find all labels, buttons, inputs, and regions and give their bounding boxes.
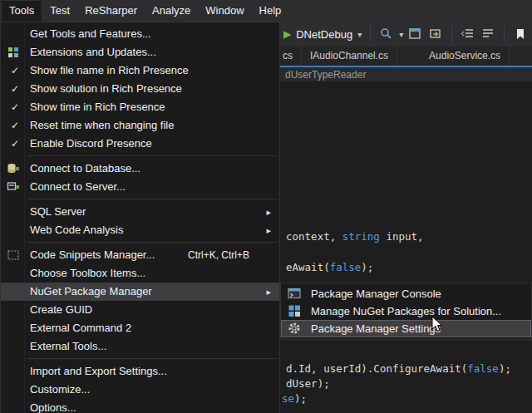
submenu-item-package-manager-settings[interactable]: Package Manager Settings — [281, 320, 531, 337]
line-list-icon[interactable] — [480, 27, 495, 42]
menubar-item-window[interactable]: Window — [198, 0, 251, 22]
debug-target-selector[interactable]: DNetDebug — [296, 28, 352, 41]
mouse-cursor — [431, 316, 447, 337]
tools-menu: Get Tools and Features... Extensions and… — [0, 22, 280, 413]
code-line: d.Id, userId).ConfigureAwait(false); — [286, 362, 511, 375]
chevron-down-icon[interactable]: ▾ — [357, 30, 362, 39]
menubar-item-tools[interactable]: Tools — [1, 0, 42, 22]
tab-iaudiochannel[interactable]: IAudioChannel.cs — [302, 47, 397, 66]
extensions-icon — [7, 46, 20, 59]
vs-window: ▶ DNetDebug ▾ ▾ — [0, 0, 532, 413]
gear-icon — [288, 322, 301, 335]
code-line: context, string input, — [286, 230, 424, 243]
new-window-icon[interactable] — [408, 27, 423, 42]
menu-item-sql-server[interactable]: SQL Server▸ — [1, 203, 279, 221]
breadcrumb-type[interactable]: dUserTypeReader — [285, 69, 366, 81]
menu-item-show-time[interactable]: ✓Show time in Rich Presence — [1, 98, 279, 116]
submenu-arrow-icon: ▸ — [266, 203, 271, 221]
menu-item-connect-to-server[interactable]: Connect to Server... — [1, 178, 279, 196]
code-line: dUser); — [286, 377, 330, 390]
code-line: eAwait(false); — [286, 261, 373, 273]
check-icon: ✓ — [7, 61, 22, 80]
menubar-item-test[interactable]: Test — [42, 0, 77, 22]
find-icon[interactable] — [379, 27, 394, 42]
menu-item-external-tools[interactable]: External Tools... — [1, 337, 279, 356]
menu-item-code-snippets-manager[interactable]: Code Snippets Manager...Ctrl+K, Ctrl+B — [1, 246, 279, 264]
menu-separator — [27, 199, 278, 199]
check-icon: ✓ — [7, 80, 22, 98]
packages-icon — [288, 304, 301, 317]
submenu-item-package-manager-console[interactable]: Package Manager Console — [281, 285, 531, 302]
menu-bar: Tools Test ReSharper Analyze Window Help — [0, 0, 532, 22]
toolbar-separator — [370, 26, 371, 42]
menubar-item-resharper[interactable]: ReSharper — [77, 0, 145, 22]
menu-item-get-tools-and-features[interactable]: Get Tools and Features... — [1, 25, 279, 43]
toolbar-separator — [451, 26, 452, 42]
menu-item-web-code-analysis[interactable]: Web Code Analysis▸ — [1, 221, 279, 239]
submenu-item-manage-nuget-packages-for-solution[interactable]: Manage NuGet Packages for Solution... — [281, 302, 531, 320]
navigate-list-icon[interactable] — [461, 27, 475, 42]
menu-separator — [27, 358, 278, 359]
start-debug-icon[interactable]: ▶ — [283, 28, 291, 40]
nuget-submenu: Package Manager Console Manage NuGet Pac… — [280, 283, 532, 340]
snippets-icon — [7, 248, 20, 262]
server-icon — [7, 180, 20, 194]
menubar-item-analyze[interactable]: Analyze — [145, 0, 198, 22]
attach-icon[interactable] — [428, 27, 443, 42]
check-icon: ✓ — [7, 98, 22, 116]
menu-item-customize[interactable]: Customize... — [1, 381, 279, 399]
menu-item-reset-time[interactable]: ✓Reset time when changing file — [1, 116, 279, 135]
check-icon: ✓ — [7, 135, 22, 153]
toolbar-separator — [504, 26, 505, 42]
code-line: se); — [282, 392, 307, 405]
menu-item-nuget-package-manager[interactable]: NuGet Package Manager▸ — [1, 283, 279, 301]
submenu-arrow-icon: ▸ — [266, 283, 271, 301]
menu-separator — [27, 155, 278, 156]
bookmark-icon[interactable] — [513, 27, 528, 42]
menu-item-connect-to-database[interactable]: Connect to Database... — [1, 160, 279, 178]
tab-gap — [397, 47, 421, 66]
menu-item-show-solution[interactable]: ✓Show solution in Rich Presence — [1, 80, 279, 98]
menu-separator — [27, 242, 278, 243]
console-icon — [288, 287, 301, 300]
tab-partial[interactable]: cs — [280, 47, 302, 66]
menu-item-show-file-name[interactable]: ✓Show file name in Rich Presence — [1, 61, 279, 80]
menu-item-create-guid[interactable]: Create GUID — [1, 301, 279, 319]
menu-item-options[interactable]: Options... — [1, 399, 279, 413]
tab-audioservice[interactable]: AudioService.cs — [421, 47, 510, 66]
menu-item-extensions-and-updates[interactable]: Extensions and Updates... — [1, 43, 279, 61]
menu-shortcut: Ctrl+K, Ctrl+B — [188, 246, 249, 264]
menu-item-enable-discord-presence[interactable]: ✓Enable Discord Presence — [1, 135, 279, 153]
chevron-down-icon[interactable]: ▾ — [399, 30, 403, 39]
check-icon: ✓ — [7, 116, 22, 135]
database-icon — [7, 162, 20, 175]
menu-item-external-command-2[interactable]: External Command 2 — [1, 319, 279, 337]
submenu-arrow-icon: ▸ — [266, 221, 271, 239]
menubar-item-help[interactable]: Help — [252, 0, 289, 22]
menu-item-import-export-settings[interactable]: Import and Export Settings... — [1, 362, 279, 381]
menu-item-choose-toolbox-items[interactable]: Choose Toolbox Items... — [1, 264, 279, 283]
